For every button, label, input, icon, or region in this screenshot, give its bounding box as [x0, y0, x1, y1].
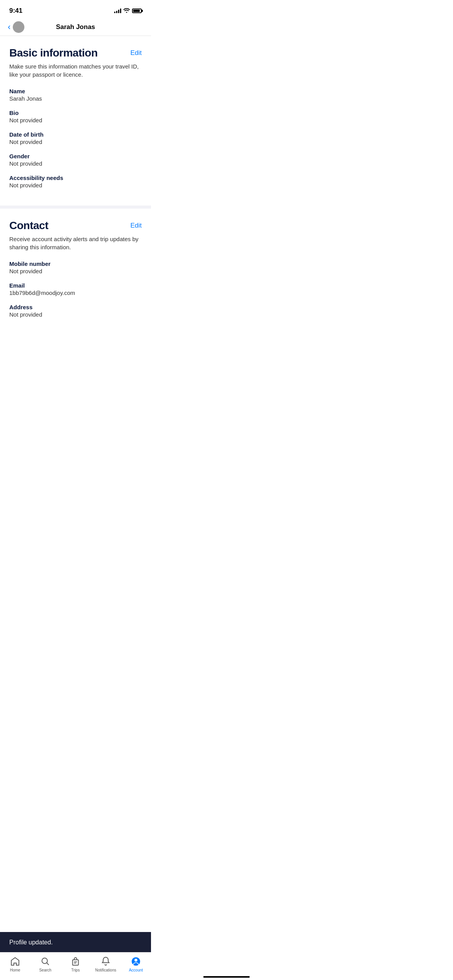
contact-title: Contact [9, 219, 48, 232]
contact-subtitle: Receive account activity alerts and trip… [9, 235, 142, 251]
field-gender: Gender Not provided [9, 153, 142, 167]
field-address: Address Not provided [9, 304, 142, 318]
status-time: 9:41 [9, 7, 22, 15]
field-email-value: 1bb79b6d@moodjoy.com [9, 290, 142, 296]
field-mobile-label: Mobile number [9, 260, 142, 267]
back-avatar [13, 21, 24, 33]
field-mobile-value: Not provided [9, 268, 142, 274]
back-button[interactable]: ‹ [8, 21, 24, 33]
field-name-value: Sarah Jonas [9, 95, 142, 102]
field-name-label: Name [9, 88, 142, 94]
field-gender-label: Gender [9, 153, 142, 159]
back-chevron-icon: ‹ [8, 23, 10, 31]
field-dob-value: Not provided [9, 139, 142, 145]
scroll-content: Basic information Edit Make sure this in… [0, 36, 151, 389]
contact-section: Contact Edit Receive account activity al… [0, 209, 151, 335]
field-gender-value: Not provided [9, 160, 142, 167]
field-bio-label: Bio [9, 110, 142, 116]
basic-info-title: Basic information [9, 47, 98, 59]
field-dob-label: Date of birth [9, 131, 142, 138]
nav-header: ‹ Sarah Jonas [0, 19, 151, 36]
field-address-label: Address [9, 304, 142, 310]
battery-icon [132, 9, 142, 13]
field-email: Email 1bb79b6d@moodjoy.com [9, 282, 142, 296]
field-accessibility: Accessibility needs Not provided [9, 175, 142, 188]
field-accessibility-label: Accessibility needs [9, 175, 142, 181]
field-name: Name Sarah Jonas [9, 88, 142, 102]
basic-info-subtitle: Make sure this information matches your … [9, 62, 142, 79]
field-bio-value: Not provided [9, 117, 142, 123]
status-icons [114, 8, 142, 14]
contact-edit-button[interactable]: Edit [130, 219, 142, 230]
basic-info-header: Basic information Edit [9, 47, 142, 59]
field-email-label: Email [9, 282, 142, 289]
field-bio: Bio Not provided [9, 110, 142, 123]
wifi-icon [124, 8, 130, 14]
basic-info-edit-button[interactable]: Edit [130, 47, 142, 57]
field-dob: Date of birth Not provided [9, 131, 142, 145]
field-accessibility-value: Not provided [9, 182, 142, 188]
nav-title: Sarah Jonas [56, 23, 95, 31]
field-mobile: Mobile number Not provided [9, 260, 142, 274]
basic-info-section: Basic information Edit Make sure this in… [0, 36, 151, 209]
contact-header: Contact Edit [9, 219, 142, 232]
field-address-value: Not provided [9, 311, 142, 318]
status-bar: 9:41 [0, 0, 151, 19]
signal-icon [114, 9, 121, 13]
